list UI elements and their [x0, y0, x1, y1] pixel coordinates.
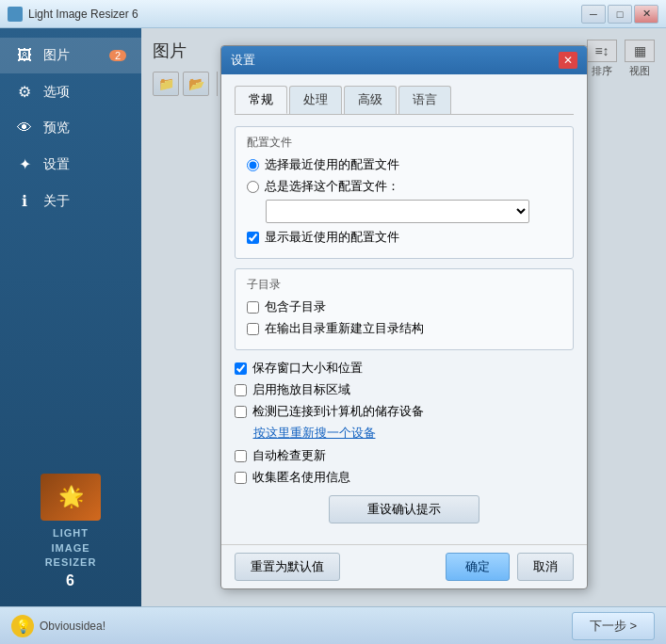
sidebar-item-about[interactable]: ℹ 关于 [0, 183, 141, 219]
title-bar: Light Image Resizer 6 ─ □ ✕ [0, 0, 666, 28]
logo-image: 🌟 [41, 474, 101, 521]
dialog-tab-bar: 常规 处理 高级 语言 [235, 86, 574, 115]
sidebar: 🖼 图片 2 ⚙ 选项 👁 预览 ✦ 设置 ℹ 关于 🌟 LIGHT IMAGE [0, 28, 141, 606]
sidebar-label-settings: 设置 [43, 156, 70, 173]
ok-button[interactable]: 确定 [446, 553, 510, 581]
sidebar-item-preview[interactable]: 👁 预览 [0, 110, 141, 146]
check-rebuild-dir: 在输出目录重新建立目录结构 [247, 320, 561, 337]
check-show-recent: 显示最近使用的配置文件 [247, 229, 561, 246]
app-title: Light Image Resizer 6 [28, 8, 138, 21]
checkbox-include-subdir[interactable] [247, 301, 259, 314]
checkbox-detect-device[interactable] [235, 406, 247, 418]
logo-text: LIGHT IMAGE RESIZER 6 [41, 526, 101, 591]
brand-text: Obviousidea! [40, 620, 106, 633]
maximize-button[interactable]: □ [608, 5, 632, 24]
main-layout: 🖼 图片 2 ⚙ 选项 👁 预览 ✦ 设置 ℹ 关于 🌟 LIGHT IMAGE [0, 28, 666, 606]
checkbox-rebuild-dir-label: 在输出目录重新建立目录结构 [265, 320, 424, 337]
cancel-button[interactable]: 取消 [517, 553, 574, 581]
check-anonymous: 收集匿名使用信息 [235, 469, 574, 486]
settings-icon: ✦ [15, 155, 34, 173]
checkbox-show-recent-label: 显示最近使用的配置文件 [265, 229, 399, 246]
radio-always-config-label: 总是选择这个配置文件： [265, 178, 399, 195]
close-button[interactable]: ✕ [634, 5, 658, 24]
radio-row-2: 总是选择这个配置文件： [247, 178, 561, 195]
check-detect-device: 检测已连接到计算机的储存设备 [235, 403, 574, 420]
sidebar-item-options[interactable]: ⚙ 选项 [0, 73, 141, 110]
checkbox-anonymous-label: 收集匿名使用信息 [252, 469, 350, 486]
tab-advanced[interactable]: 高级 [344, 86, 397, 114]
dialog-title-bar: 设置 ✕ [221, 46, 587, 74]
settings-dialog: 设置 ✕ 常规 处理 高级 语言 配置文件 [220, 45, 588, 589]
sidebar-label-about: 关于 [43, 193, 70, 210]
dialog-title-text: 设置 [231, 52, 255, 69]
window-controls: ─ □ ✕ [581, 5, 658, 24]
title-bar-left: Light Image Resizer 6 [8, 7, 138, 22]
bottom-bar: 💡 Obviousidea! 下一步 > [0, 606, 666, 644]
minimize-button[interactable]: ─ [581, 5, 606, 24]
rescan-device-link[interactable]: 按这里重新搜一个设备 [253, 426, 376, 440]
tab-general[interactable]: 常规 [235, 86, 287, 114]
check-auto-update: 自动检查更新 [235, 447, 574, 464]
subdir-section: 子目录 包含子目录 在输出目录重新建立目录结构 [235, 268, 574, 350]
config-select-row [266, 200, 561, 223]
checkbox-drag-drop-label: 启用拖放目标区域 [252, 381, 350, 398]
check-drag-drop: 启用拖放目标区域 [235, 381, 574, 398]
dialog-overlay: 设置 ✕ 常规 处理 高级 语言 配置文件 [141, 28, 666, 606]
preview-icon: 👁 [15, 120, 34, 137]
sidebar-label-options: 选项 [43, 84, 70, 101]
sidebar-label-preview: 预览 [43, 120, 70, 137]
radio-recent-config-label: 选择最近使用的配置文件 [265, 156, 399, 173]
checkbox-auto-update[interactable] [235, 450, 247, 462]
extra-options: 保存窗口大小和位置 启用拖放目标区域 检测已连接到计算机的储存设备 按这里重新搜… [235, 360, 574, 486]
sidebar-logo: 🌟 LIGHT IMAGE RESIZER 6 [41, 474, 101, 591]
pictures-badge: 2 [109, 50, 126, 61]
app-icon [8, 7, 23, 22]
obvious-idea-brand: 💡 Obviousidea! [11, 615, 106, 637]
bulb-icon: 💡 [11, 615, 34, 637]
pictures-icon: 🖼 [15, 47, 34, 64]
subdir-title: 子目录 [247, 277, 561, 293]
reset-confirm-button[interactable]: 重设确认提示 [329, 495, 479, 523]
content-area: 图片 📁 📂 ⬜ ≡↕ 排序 ▦ 视图 设置 ✕ [141, 28, 666, 606]
dialog-body: 常规 处理 高级 语言 配置文件 选择最近使用的配置文件 [221, 74, 587, 544]
checkbox-rebuild-dir[interactable] [247, 323, 259, 335]
sidebar-item-settings[interactable]: ✦ 设置 [0, 146, 141, 183]
config-file-section: 配置文件 选择最近使用的配置文件 总是选择这个配置文件： [235, 126, 574, 259]
checkbox-show-recent[interactable] [247, 232, 259, 244]
tab-language[interactable]: 语言 [398, 86, 451, 114]
checkbox-save-window[interactable] [235, 362, 247, 375]
dialog-footer: 重置为默认值 确定 取消 [221, 544, 587, 588]
checkbox-include-subdir-label: 包含子目录 [265, 298, 326, 315]
reset-confirm-row: 重设确认提示 [235, 495, 574, 523]
tab-process[interactable]: 处理 [289, 86, 342, 114]
radio-recent-config[interactable] [247, 159, 259, 171]
dialog-close-button[interactable]: ✕ [559, 52, 577, 69]
check-save-window: 保存窗口大小和位置 [235, 360, 574, 377]
sidebar-label-pictures: 图片 [43, 47, 70, 64]
footer-right-buttons: 确定 取消 [446, 553, 574, 581]
checkbox-save-window-label: 保存窗口大小和位置 [252, 360, 363, 377]
options-icon: ⚙ [15, 83, 34, 101]
radio-always-config[interactable] [247, 181, 259, 193]
checkbox-anonymous[interactable] [235, 472, 247, 484]
checkbox-auto-update-label: 自动检查更新 [252, 447, 326, 464]
config-file-title: 配置文件 [247, 135, 561, 151]
radio-row-1: 选择最近使用的配置文件 [247, 156, 561, 173]
about-icon: ℹ [15, 192, 34, 210]
checkbox-drag-drop[interactable] [235, 384, 247, 396]
check-include-subdir: 包含子目录 [247, 298, 561, 315]
checkbox-detect-device-label: 检测已连接到计算机的储存设备 [252, 403, 424, 420]
config-file-select[interactable] [266, 200, 529, 223]
sidebar-item-pictures[interactable]: 🖼 图片 2 [0, 38, 141, 73]
next-button[interactable]: 下一步 > [572, 612, 655, 640]
reset-default-button[interactable]: 重置为默认值 [235, 553, 340, 581]
